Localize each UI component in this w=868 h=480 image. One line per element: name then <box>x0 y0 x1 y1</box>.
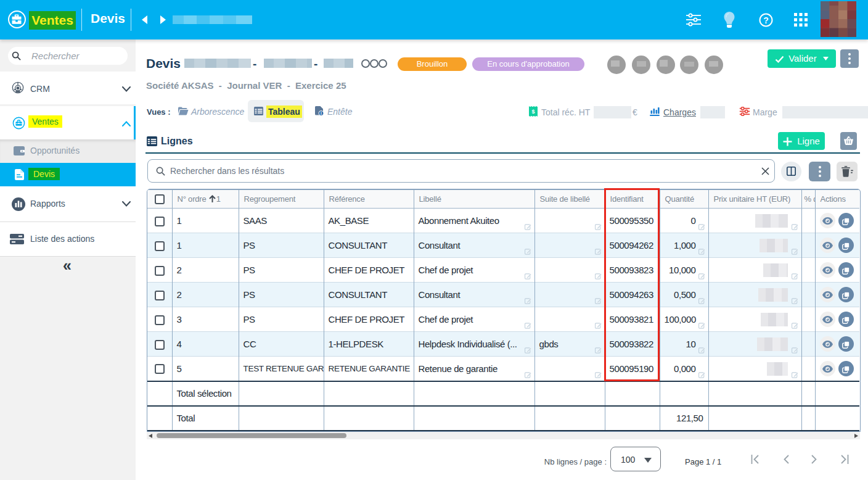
svg-text:$: $ <box>531 109 534 115</box>
svg-text:?: ? <box>763 15 769 25</box>
svg-text:i: i <box>321 111 322 115</box>
